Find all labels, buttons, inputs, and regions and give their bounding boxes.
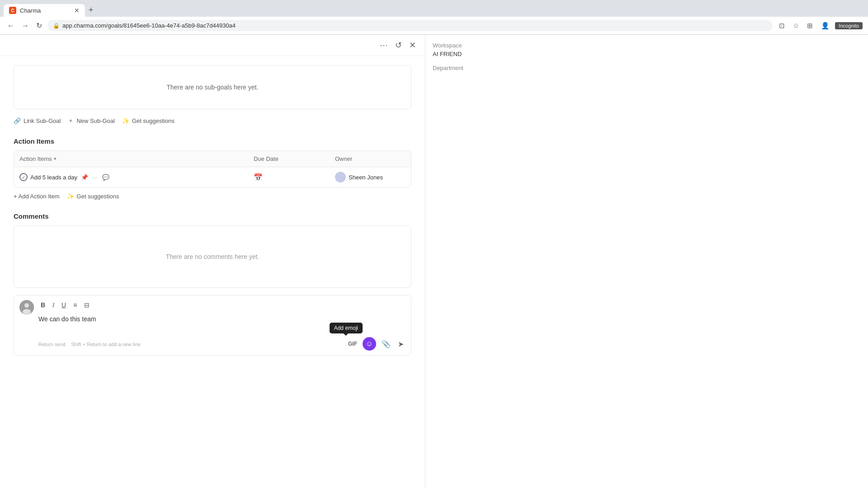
link-sub-goal-label: Link Sub-Goal <box>24 117 61 124</box>
emoji-button-wrapper: ☺ Add emoji <box>363 337 376 351</box>
get-suggestions-subgoal-label: Get suggestions <box>132 117 175 124</box>
action-items-title: Action Items <box>14 137 411 145</box>
get-suggestions-action-label: Get suggestions <box>77 193 119 200</box>
workspace-label: Workspace <box>433 42 594 49</box>
action-item-owner-cell: Sheen Jones <box>330 167 411 187</box>
new-sub-goal-label: New Sub-Goal <box>76 117 115 124</box>
history-button[interactable]: ↺ <box>393 38 404 52</box>
more-action-button[interactable]: ··· <box>92 173 99 182</box>
link-icon: 🔗 <box>14 117 21 124</box>
sub-goals-empty-text: There are no sub-goals here yet. <box>166 84 258 91</box>
chevron-down-icon: ▾ <box>54 156 57 162</box>
action-item-name: Add 5 leads a day <box>30 174 77 181</box>
comments-title: Comments <box>14 212 411 220</box>
plus-icon: ＋ <box>68 117 74 125</box>
comments-empty-state: There are no comments here yet. <box>14 225 411 288</box>
svg-point-2 <box>23 309 31 314</box>
tab-title: Charma <box>20 7 71 14</box>
calendar-icon: 📅 <box>254 173 263 182</box>
emoji-button[interactable]: ☺ <box>363 337 376 351</box>
extensions-icon[interactable]: ⊞ <box>804 20 816 32</box>
incognito-badge: Incognito <box>835 22 863 29</box>
owner-name: Sheen Jones <box>349 174 383 181</box>
svg-point-1 <box>24 303 29 308</box>
new-sub-goal-button[interactable]: ＋ New Sub-Goal <box>68 117 115 125</box>
more-options-button[interactable]: ⋯ <box>378 38 390 52</box>
return-send-hint: Return send <box>38 342 66 347</box>
editor-actions: GIF ☺ Add emoji 📎 ➤ <box>346 337 406 351</box>
get-suggestions-subgoal-button[interactable]: ✨ Get suggestions <box>122 117 175 124</box>
pin-action-button[interactable]: 📌 <box>80 173 89 182</box>
user-avatar <box>19 300 34 314</box>
editor-toolbar: B I U ≡ ⊟ <box>38 300 406 310</box>
close-panel-button[interactable]: ✕ <box>407 38 418 52</box>
col-header-due-date: Due Date <box>248 151 330 167</box>
send-button[interactable]: ➤ <box>396 338 406 350</box>
right-sidebar: Workspace AI FRIEND Department <box>425 35 601 488</box>
address-bar: ← → ↻ 🔒 app.charma.com/goals/81645ee6-10… <box>0 17 868 35</box>
action-item-name-cell: ✓ Add 5 leads a day 📌 ··· 💬 <box>14 167 248 187</box>
col-header-name: Action Items ▾ <box>14 151 248 167</box>
cast-icon[interactable]: ⊡ <box>776 20 788 32</box>
add-action-item-label: + Add Action Item <box>14 193 60 200</box>
forward-button[interactable]: → <box>20 20 31 32</box>
bullet-list-button[interactable]: ≡ <box>71 300 79 310</box>
address-box[interactable]: 🔒 app.charma.com/goals/81645ee6-10aa-4e7… <box>47 20 773 31</box>
reload-button[interactable]: ↻ <box>34 19 44 32</box>
department-field: Department <box>433 65 594 71</box>
attachment-button[interactable]: 📎 <box>380 338 392 350</box>
check-mark-icon: ✓ <box>22 175 25 180</box>
col-header-owner: Owner <box>330 151 411 167</box>
item-actions: 📌 ··· 💬 <box>80 173 110 182</box>
get-suggestions-action-button[interactable]: ✨ Get suggestions <box>67 193 119 200</box>
editor-body: B I U ≡ ⊟ We can do this team <box>38 300 406 351</box>
emoji-tooltip: Add emoji <box>330 323 363 333</box>
italic-button[interactable]: I <box>50 300 57 310</box>
sub-goals-actions: 🔗 Link Sub-Goal ＋ New Sub-Goal ✨ Get sug… <box>14 117 411 125</box>
tab-favicon: C <box>9 7 16 14</box>
sub-goals-empty-state: There are no sub-goals here yet. <box>14 65 411 109</box>
add-action-item-button[interactable]: + Add Action Item <box>14 193 60 200</box>
shift-return-hint: Shift + Return to add a new line <box>71 342 141 347</box>
sparkle-icon-subgoal: ✨ <box>122 117 129 124</box>
tab-close-button[interactable]: ✕ <box>74 7 80 14</box>
content-area: There are no sub-goals here yet. 🔗 Link … <box>0 56 425 365</box>
status-icon[interactable]: ✓ <box>19 173 28 181</box>
bold-button[interactable]: B <box>38 300 47 310</box>
lock-icon: 🔒 <box>53 23 60 29</box>
sparkle-icon-action: ✨ <box>67 193 74 200</box>
underline-button[interactable]: U <box>59 300 68 310</box>
comments-section: Comments There are no comments here yet. <box>14 212 411 356</box>
table-header: Action Items ▾ Due Date Owner <box>14 151 411 167</box>
editor-footer: Return send Shift + Return to add a new … <box>38 334 406 351</box>
owner-avatar <box>335 172 346 183</box>
comment-editor: B I U ≡ ⊟ We can do this team <box>14 295 411 356</box>
workspace-value: AI FRIEND <box>433 51 594 57</box>
action-items-bottom-actions: + Add Action Item ✨ Get suggestions <box>14 193 411 200</box>
gif-button[interactable]: GIF <box>346 339 359 349</box>
comment-action-button[interactable]: 💬 <box>101 173 110 182</box>
new-tab-button[interactable]: + <box>85 4 97 17</box>
ordered-list-button[interactable]: ⊟ <box>82 300 92 310</box>
action-item-due-date-cell[interactable]: 📅 <box>248 167 330 187</box>
panel-toolbar: ⋯ ↺ ✕ <box>0 35 425 56</box>
editor-hint-text: Return send Shift + Return to add a new … <box>38 340 141 347</box>
browser-tabs: C Charma ✕ + <box>0 4 868 17</box>
profile-icon[interactable]: 👤 <box>818 20 832 32</box>
browser-chrome: C Charma ✕ + ← → ↻ 🔒 app.charma.com/goal… <box>0 0 868 35</box>
browser-actions: ⊡ ☆ ⊞ 👤 Incognito <box>776 20 863 32</box>
active-tab[interactable]: C Charma ✕ <box>4 4 85 17</box>
app-layout: ⋯ ↺ ✕ There are no sub-goals here yet. 🔗… <box>0 35 868 488</box>
comment-draft-text: We can do this team <box>38 315 96 323</box>
department-label: Department <box>433 65 594 71</box>
action-items-table: Action Items ▾ Due Date Owner ✓ Add 5 le… <box>14 150 411 188</box>
bookmark-icon[interactable]: ☆ <box>790 20 802 32</box>
back-button[interactable]: ← <box>5 20 16 32</box>
link-sub-goal-button[interactable]: 🔗 Link Sub-Goal <box>14 117 61 124</box>
main-content: ⋯ ↺ ✕ There are no sub-goals here yet. 🔗… <box>0 35 425 488</box>
workspace-field: Workspace AI FRIEND <box>433 42 594 57</box>
address-text: app.charma.com/goals/81645ee6-10aa-4e74-… <box>62 22 767 29</box>
comments-empty-text: There are no comments here yet. <box>166 253 259 260</box>
table-row: ✓ Add 5 leads a day 📌 ··· 💬 📅 <box>14 167 411 187</box>
